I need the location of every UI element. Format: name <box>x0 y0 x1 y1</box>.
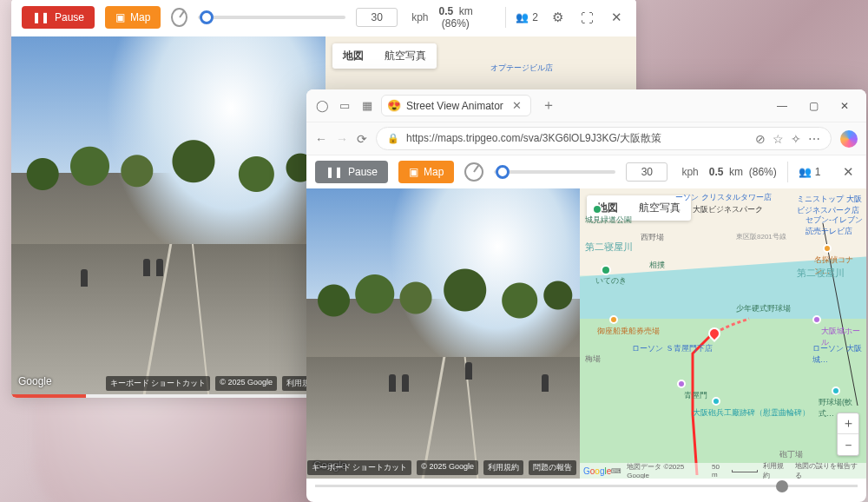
tab-close-icon[interactable]: ✕ <box>512 99 522 112</box>
toolbar-back: ❚❚ Pause ▣ Map 30 kph 0.5 km (86%) 👥 2 ⚙… <box>11 0 636 36</box>
close-button[interactable]: ✕ <box>608 6 626 29</box>
reload-button[interactable]: ⟳ <box>357 132 367 146</box>
close-window-button[interactable]: ✕ <box>830 96 859 116</box>
window-controls: ― ▢ ✕ <box>767 96 859 116</box>
forward-nav-button[interactable]: → <box>336 132 348 146</box>
people-count: 2 <box>532 11 538 23</box>
sv-chip-shortcuts[interactable]: キーボード ショートカット <box>307 460 412 475</box>
sv-chip-report[interactable]: 問題の報告 <box>529 460 576 475</box>
poi-label: 東区阪8201号線 <box>736 232 786 241</box>
speed-unit: kph <box>411 11 428 23</box>
speed-value: 30 <box>364 11 390 23</box>
fullscreen-button[interactable]: ⛶ <box>577 7 597 29</box>
gauge-icon <box>171 8 187 27</box>
reader-icon[interactable]: ⊘ <box>755 132 766 146</box>
pedestrian <box>143 259 150 276</box>
map-report[interactable]: 地図の誤りを報告する <box>795 461 863 479</box>
poi-label: 梅場 <box>585 353 601 365</box>
back-nav-button[interactable]: ← <box>315 132 327 146</box>
poi-dot[interactable] <box>609 315 618 324</box>
poi-dot[interactable] <box>601 265 611 275</box>
favorite-icon[interactable]: ☆ <box>773 132 784 146</box>
maximize-button[interactable]: ▢ <box>799 96 828 116</box>
map-button[interactable]: ▣ Map <box>105 6 161 29</box>
poi-dot[interactable] <box>592 204 602 215</box>
google-watermark: Google <box>18 375 52 387</box>
zoom-in-button[interactable]: ＋ <box>838 413 858 434</box>
map-label: Map <box>424 166 444 178</box>
poi-dot[interactable] <box>677 380 686 388</box>
poi-label: 城見緑道公園 <box>585 215 632 226</box>
route-progress-thumb[interactable] <box>776 480 788 492</box>
distance-unit: km <box>729 166 743 178</box>
people-count: 1 <box>815 166 821 178</box>
sv-chip-copyright: © 2025 Google <box>215 376 277 391</box>
collections-icon[interactable]: ✧ <box>791 132 801 146</box>
gauge-icon <box>464 162 483 182</box>
route-progress[interactable] <box>306 479 866 494</box>
speed-slider[interactable] <box>494 170 615 174</box>
poi-dot[interactable] <box>823 244 832 253</box>
lock-icon[interactable]: 🔒 <box>387 133 399 144</box>
map-scale: 50 m <box>712 463 727 479</box>
browser-tab[interactable]: 😍 Street View Animator ✕ <box>381 95 531 116</box>
address-bar-row: ← → ⟳ 🔒 https://maps.tripgeo.com/sva/3KG… <box>306 122 866 155</box>
people-icon: 👥 <box>799 166 812 178</box>
poi-label: ミニストップ 大阪ビジネスパーク店 <box>797 194 866 216</box>
pause-button[interactable]: ❚❚ Pause <box>22 6 95 29</box>
poi-label: 青屋門 <box>684 390 707 401</box>
streetview-road <box>11 244 326 394</box>
map-shortcuts-icon[interactable]: ⌨ <box>611 467 621 475</box>
pedestrian <box>389 374 396 392</box>
speed-box[interactable]: 30 <box>626 162 667 182</box>
speed-unit: kph <box>681 166 698 178</box>
streetview-pane[interactable]: Google キーボード ショートカット © 2025 Google 利用規約 <box>11 36 326 394</box>
more-icon[interactable]: ⋯ <box>808 132 820 146</box>
speed-slider-thumb[interactable] <box>200 10 214 24</box>
route-progress-track <box>315 485 858 487</box>
sv-chip-shortcuts[interactable]: キーボード ショートカット <box>106 376 211 391</box>
map-button[interactable]: ▣ Map <box>398 161 454 183</box>
map-type-switch[interactable]: 地図 航空写真 <box>332 43 437 69</box>
map-terms[interactable]: 利用規約 <box>763 461 790 479</box>
pause-button[interactable]: ❚❚ Pause <box>315 161 388 183</box>
divider <box>505 7 506 28</box>
speed-box[interactable]: 30 <box>356 8 398 27</box>
poi-label: ーソン クリスタルタワー店 <box>675 192 772 203</box>
streetview-pane[interactable]: Google キーボード ショートカット © 2025 Google 利用規約 … <box>306 188 580 479</box>
distance-readout: 0.5 km (86%) <box>709 166 777 178</box>
poi-dot[interactable] <box>712 397 720 406</box>
map-tab-satellite[interactable]: 航空写真 <box>374 43 437 69</box>
tabactions-icon[interactable]: ▦ <box>358 97 376 115</box>
sv-chip-terms[interactable]: 利用規約 <box>483 460 523 475</box>
copilot-icon[interactable] <box>840 130 858 148</box>
route-progress-fill <box>11 394 86 398</box>
speed-slider-thumb[interactable] <box>496 165 510 179</box>
pedestrian <box>465 362 472 380</box>
address-bar[interactable]: 🔒 https://maps.tripgeo.com/sva/3KG6lOL9J… <box>376 127 832 150</box>
zoom-control: ＋ － <box>837 413 859 456</box>
workspaces-icon[interactable]: ▭ <box>336 97 353 115</box>
poi-dot[interactable] <box>832 386 840 395</box>
poi-dot[interactable] <box>812 315 821 324</box>
titlebar[interactable]: ◯ ▭ ▦ 😍 Street View Animator ✕ ＋ ― ▢ ✕ <box>306 89 866 122</box>
pause-label: Pause <box>348 166 378 178</box>
speed-slider[interactable] <box>198 16 345 19</box>
tab-title: Street View Animator <box>406 100 503 112</box>
map-pane[interactable]: 地図 航空写真 ーソン クリスタルタワー店 大阪ビジネスパーク ミニストップ 大… <box>580 188 866 479</box>
pedestrian <box>81 269 88 287</box>
poi-label: 大阪砲兵工廠跡碑（慰霊曲輪碑） <box>693 407 810 419</box>
divider <box>787 162 788 182</box>
zoom-out-button[interactable]: － <box>838 434 858 455</box>
poi-label: 砲丁場 <box>779 449 803 460</box>
streetview-credits: キーボード ショートカット © 2025 Google 利用規約 <box>106 376 322 391</box>
close-button[interactable]: ✕ <box>839 161 858 183</box>
map-tab-map[interactable]: 地図 <box>332 43 374 69</box>
new-tab-button[interactable]: ＋ <box>536 96 561 115</box>
pause-label: Pause <box>55 11 84 23</box>
people-icon: 👥 <box>516 11 529 23</box>
toolbar-front: ❚❚ Pause ▣ Map 30 kph 0.5 km (86%) 👥 1 ✕ <box>306 155 866 188</box>
profile-icon[interactable]: ◯ <box>313 97 331 115</box>
minimize-button[interactable]: ― <box>767 96 797 116</box>
settings-button[interactable]: ⚙ <box>549 6 567 29</box>
